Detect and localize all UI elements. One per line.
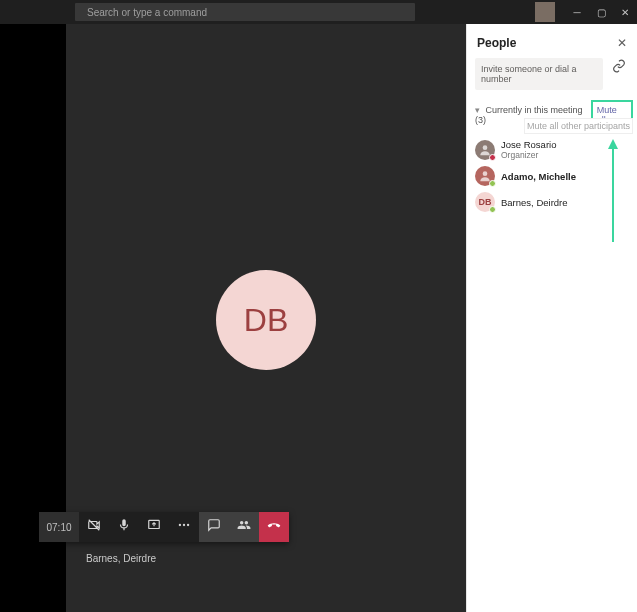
titlebar: Search or type a command ─ ▢ ✕ xyxy=(0,0,637,24)
more-icon xyxy=(177,518,191,536)
participant-name: Adamo, Michelle xyxy=(501,171,576,182)
section-label: Currently in this meeting xyxy=(486,105,583,115)
account-tile[interactable] xyxy=(535,2,555,22)
share-button[interactable] xyxy=(139,512,169,542)
share-screen-icon xyxy=(147,518,161,536)
participant-row[interactable]: Adamo, Michelle xyxy=(473,163,631,189)
presence-indicator xyxy=(489,154,496,161)
meeting-stage: DB 07:10 Barnes, xyxy=(66,24,466,612)
svg-point-4 xyxy=(483,145,488,150)
svg-point-5 xyxy=(483,171,488,176)
mute-all-tooltip: Mute all other participants xyxy=(524,118,633,134)
close-panel-button[interactable]: ✕ xyxy=(617,36,627,50)
call-timer: 07:10 xyxy=(39,512,79,542)
participant-subtitle: Organizer xyxy=(501,150,556,160)
people-icon xyxy=(237,518,251,536)
svg-point-2 xyxy=(183,524,185,526)
participant-avatar xyxy=(475,140,495,160)
annotation-arrow xyxy=(612,142,614,242)
participant-row[interactable]: DBBarnes, Deirdre xyxy=(473,189,631,215)
mic-button[interactable] xyxy=(109,512,139,542)
maximize-button[interactable]: ▢ xyxy=(589,0,613,24)
people-panel: People ✕ Invite someone or dial a number… xyxy=(466,24,637,612)
section-currently-in-meeting[interactable]: ▾ Currently in this meeting (3) Mute all… xyxy=(467,96,637,134)
search-input[interactable]: Search or type a command xyxy=(75,3,415,21)
camera-button[interactable] xyxy=(79,512,109,542)
dial-pad-button[interactable] xyxy=(609,58,629,78)
presence-indicator xyxy=(489,180,496,187)
camera-off-icon xyxy=(87,518,101,536)
participant-avatar-large: DB xyxy=(216,270,316,370)
invite-input[interactable]: Invite someone or dial a number xyxy=(475,58,603,90)
hangup-icon xyxy=(267,518,281,536)
people-panel-title: People xyxy=(477,36,516,50)
meeting-toolbar: 07:10 xyxy=(39,512,289,542)
mute-all-button[interactable]: Mute all Mute all other participants xyxy=(591,100,633,130)
more-button[interactable] xyxy=(169,512,199,542)
section-count: (3) xyxy=(475,115,486,125)
participant-avatar: DB xyxy=(475,192,495,212)
minimize-button[interactable]: ─ xyxy=(565,0,589,24)
participant-name: Jose Rosario xyxy=(501,139,556,150)
hangup-button[interactable] xyxy=(259,512,289,542)
chat-icon xyxy=(207,518,221,536)
people-button[interactable] xyxy=(229,512,259,542)
chevron-down-icon: ▾ xyxy=(475,105,480,115)
mic-icon xyxy=(117,518,131,536)
close-button[interactable]: ✕ xyxy=(613,0,637,24)
chat-button[interactable] xyxy=(199,512,229,542)
svg-point-3 xyxy=(187,524,189,526)
participant-avatar xyxy=(475,166,495,186)
presence-indicator xyxy=(489,206,496,213)
stage-caption-name: Barnes, Deirdre xyxy=(86,553,156,564)
link-icon xyxy=(612,59,626,77)
main: DB 07:10 Barnes, xyxy=(0,24,637,612)
svg-point-1 xyxy=(179,524,181,526)
participant-name: Barnes, Deirdre xyxy=(501,197,568,208)
